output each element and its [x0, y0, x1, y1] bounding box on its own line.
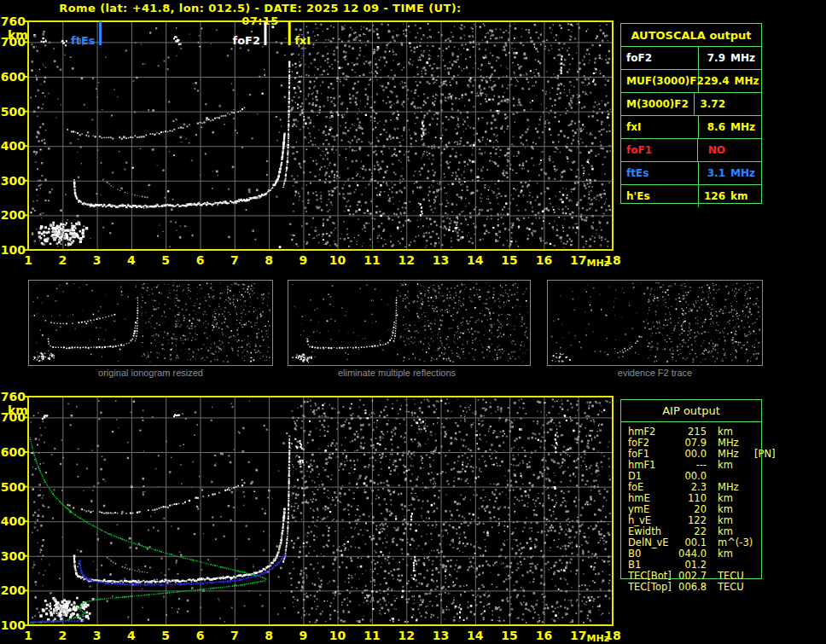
aip-row-aipx [749, 582, 761, 593]
x-axis-tick-label: 7 [230, 253, 239, 267]
y-axis-tick-label: 200 [1, 583, 26, 597]
aip-row-aipx [749, 471, 761, 482]
aip-row-aipx [749, 537, 761, 548]
x-axis-tick-label: 11 [364, 253, 380, 267]
autoscala-output-table: AUTOSCALA output foF27.9MHzMUF(3000)F229… [620, 23, 762, 204]
aip-row-aipx: [PN] [749, 449, 776, 460]
x-axis-unit-label: MHz [587, 633, 610, 644]
x-axis-tick-label: 3 [93, 253, 102, 267]
thumbnail-eliminate-reflections [288, 280, 531, 366]
x-axis-tick-label: 17 [570, 629, 586, 642]
autoscala-row-value: 8.6 [704, 121, 725, 133]
y-axis-tick-label: 100 [1, 618, 26, 632]
aip-row-aipx [749, 460, 761, 471]
aip-row-aipu: TECU [707, 582, 749, 593]
autoscala-window: { "title": "Rome (lat: +41.8, lon: 012.5… [0, 0, 826, 644]
fxI-marker-label: fxI [294, 34, 311, 47]
y-axis-tick-label: 600 [1, 70, 26, 84]
top-ionogram-svg: 123456789101112131415161718MHz7607006005… [0, 0, 627, 271]
y-axis-unit-label: km [8, 403, 28, 417]
x-axis-unit-label: MHz [587, 258, 610, 269]
x-axis-tick-label: 4 [127, 253, 136, 267]
autoscala-row: foF1NO [621, 138, 761, 161]
x-axis-tick-label: 7 [230, 629, 239, 642]
x-axis-tick-label: 8 [265, 253, 273, 267]
ftEs-marker-label: ftEs [71, 34, 96, 47]
thumbnail-svg [548, 281, 762, 363]
autoscala-row-value: 3.1 [704, 167, 725, 179]
autoscala-row-label: foF2 [621, 47, 699, 69]
x-axis-tick-label: 6 [196, 253, 205, 267]
aip-row-n: TEC[Top] [628, 582, 676, 593]
autoscala-row-value: NO [703, 144, 725, 156]
y-axis-tick-label: 500 [1, 105, 26, 119]
x-axis-tick-label: 9 [300, 253, 308, 267]
x-axis-tick-label: 3 [93, 629, 102, 642]
thumbnail-original-ionogram [28, 280, 273, 366]
thumbnail-svg [29, 281, 272, 363]
x-axis-tick-label: 6 [196, 629, 205, 642]
x-axis-tick-label: 4 [127, 629, 136, 642]
y-axis-tick-label: 500 [1, 480, 26, 494]
x-axis-tick-label: 12 [398, 253, 414, 267]
autoscala-row: foF27.9MHz [621, 46, 761, 69]
aip-row-aipx [749, 571, 761, 582]
thumbnail-svg [288, 281, 530, 363]
autoscala-row-label: MUF(3000)F2 [621, 70, 699, 92]
x-axis-tick-label: 15 [501, 629, 517, 642]
x-axis-tick-label: 11 [364, 629, 380, 642]
aip-row: TEC[Top]006.8TECU [621, 582, 761, 593]
aip-row-aipx [749, 504, 761, 515]
aip-row-aipx [749, 493, 761, 504]
aip-row-aipx [749, 548, 761, 560]
y-axis-tick-label: 200 [1, 208, 26, 222]
y-axis-tick-label: 600 [1, 445, 26, 459]
bottom-ionogram-svg: 123456789101112131415161718MHz7607006005… [0, 375, 627, 644]
autoscala-row-value: 3.72 [700, 98, 725, 110]
autoscala-row: MUF(3000)F229.4MHz [621, 69, 761, 92]
x-axis-tick-label: 8 [265, 629, 273, 642]
autoscala-row-label: foF1 [621, 139, 698, 161]
x-axis-tick-label: 5 [161, 629, 170, 642]
x-axis-tick-label: 5 [161, 253, 170, 267]
x-axis-tick-label: 14 [467, 629, 484, 642]
aip-row-aipx [749, 560, 761, 571]
y-axis-tick-label: 300 [1, 549, 26, 563]
autoscala-row-label: h'Es [621, 185, 699, 207]
ionogram-plot-bottom: 123456789101112131415161718MHz7607006005… [0, 375, 627, 644]
aip-row-aipx [749, 515, 761, 526]
x-axis-tick-label: 12 [398, 629, 414, 642]
autoscala-row-unit: MHz [735, 75, 760, 87]
aip-row-aipx [749, 426, 761, 438]
aip-output-table: AIP output hmF2215kmfoF207.9MHzfoF100.0M… [620, 399, 762, 579]
autoscala-row-value: 7.9 [704, 52, 725, 64]
aip-row-aipx [749, 482, 761, 493]
autoscala-row-unit: km [730, 190, 756, 202]
autoscala-row: M(3000)F23.72 [621, 92, 761, 115]
autoscala-row-label: M(3000)F2 [621, 93, 695, 115]
y-axis-tick-label: 400 [1, 139, 26, 153]
x-axis-tick-label: 2 [58, 629, 67, 642]
y-axis-unit-label: km [8, 28, 28, 42]
autoscala-row-label: ftEs [621, 162, 699, 184]
aip-row-aipu: km [707, 548, 749, 560]
ionogram-plot-top: 123456789101112131415161718MHz7607006005… [0, 0, 627, 271]
autoscala-row-value: 29.4 [704, 75, 730, 87]
autoscala-row-unit: MHz [730, 52, 756, 64]
x-axis-tick-label: 2 [58, 253, 67, 267]
autoscala-rows: foF27.9MHzMUF(3000)F229.4MHzM(3000)F23.7… [621, 46, 761, 207]
x-axis-tick-label: 16 [536, 629, 552, 642]
aip-row-aipu: km [707, 460, 749, 471]
x-axis-tick-label: 14 [467, 253, 484, 267]
x-axis-tick-label: 15 [501, 253, 517, 267]
x-axis-tick-label: 13 [433, 629, 449, 642]
y-axis-tick-label: 760 [1, 15, 26, 28]
x-axis-tick-label: 16 [536, 253, 552, 267]
thumbnail-evidence-f2 [547, 280, 763, 366]
autoscala-row: fxI8.6MHz [621, 115, 761, 138]
aip-row-aipv: 006.8 [676, 582, 707, 593]
x-axis-tick-label: 17 [570, 253, 586, 267]
aip-rows: hmF2215kmfoF207.9MHzfoF100.0MHz[PN]hmF1-… [621, 426, 761, 593]
autoscala-row-value: 126 [704, 190, 725, 202]
y-axis-tick-label: 400 [1, 514, 26, 528]
